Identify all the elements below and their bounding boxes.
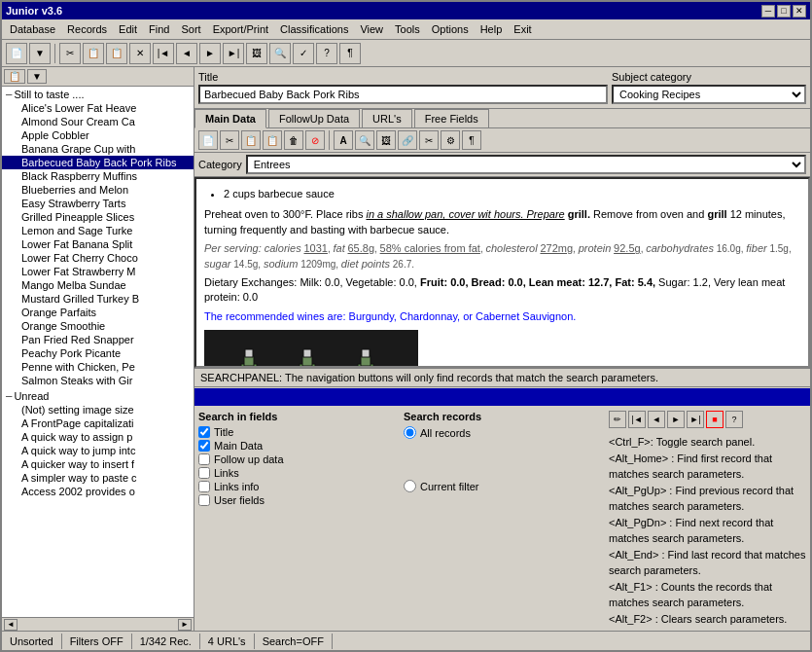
list-item[interactable]: Access 2002 provides o	[2, 485, 194, 498]
search-next-btn[interactable]: ►	[667, 411, 685, 428]
list-item[interactable]: Black Raspberry Muffins	[2, 169, 194, 183]
list-item[interactable]: Orange Smoothie	[2, 319, 194, 333]
list-item[interactable]: Orange Parfaits	[2, 306, 194, 319]
edit-scissors-btn[interactable]: ✂	[419, 130, 439, 150]
search-prev-btn[interactable]: ◄	[648, 411, 665, 428]
menu-find[interactable]: Find	[143, 21, 175, 37]
list-item[interactable]: A simpler way to paste c	[2, 471, 194, 485]
search-last-btn[interactable]: ►|	[687, 411, 704, 428]
list-item[interactable]: Salmon Steaks with Gir	[2, 374, 194, 387]
list-item[interactable]: Mango Melba Sundae	[2, 278, 194, 292]
image-button[interactable]: 🖼	[246, 43, 267, 64]
edit-cut-btn[interactable]: ✂	[220, 130, 239, 150]
dropdown-button[interactable]: ▼	[29, 43, 51, 64]
edit-cancel-btn[interactable]: ⊘	[305, 130, 325, 150]
title-input[interactable]	[198, 85, 608, 104]
copy-button[interactable]: 📋	[83, 43, 104, 64]
check-followup-input[interactable]	[198, 453, 210, 465]
search-help-btn[interactable]: ?	[725, 411, 743, 428]
first-button[interactable]: |◄	[153, 43, 174, 64]
subject-select[interactable]: Cooking Recipes	[612, 85, 806, 104]
cut-button[interactable]: ✂	[59, 43, 81, 64]
list-item[interactable]: Almond Sour Cream Ca	[2, 115, 194, 128]
menu-exit[interactable]: Exit	[508, 21, 537, 37]
left-tb-2[interactable]: ▼	[27, 69, 47, 84]
list-item[interactable]: Mustard Grilled Turkey B	[2, 292, 194, 306]
edit-find-btn[interactable]: 🔍	[355, 130, 374, 150]
new-button[interactable]: 📄	[6, 43, 27, 64]
paste-button[interactable]: 📋	[106, 43, 127, 64]
menu-tools[interactable]: Tools	[389, 21, 426, 37]
edit-img-btn[interactable]: 🖼	[376, 130, 396, 150]
scroll-right-btn[interactable]: ►	[178, 619, 192, 631]
mark-button[interactable]: ✓	[293, 43, 314, 64]
edit-del-btn[interactable]: 🗑	[284, 130, 303, 150]
check-main-data-input[interactable]	[198, 440, 210, 452]
list-item[interactable]: Lower Fat Cherry Choco	[2, 251, 194, 265]
category-select[interactable]: Entrees	[246, 155, 806, 174]
edit-special-btn[interactable]: ⚙	[441, 130, 460, 150]
list-item[interactable]: Easy Strawberry Tarts	[2, 197, 194, 210]
list-item[interactable]: A quick way to jump intc	[2, 444, 194, 457]
menu-edit[interactable]: Edit	[113, 21, 143, 37]
edit-copy-btn[interactable]: 📋	[241, 130, 261, 150]
menu-database[interactable]: Database	[4, 21, 61, 37]
edit-new-btn[interactable]: 📄	[198, 130, 218, 150]
tab-followup[interactable]: FollowUp Data	[268, 109, 360, 127]
delete-button[interactable]: ✕	[129, 43, 151, 64]
list-item[interactable]: Blueberries and Melon	[2, 183, 194, 197]
list-item[interactable]: (Not) setting image size	[2, 403, 194, 417]
help-button[interactable]: ?	[316, 43, 337, 64]
list-item[interactable]: Lower Fat Banana Split	[2, 237, 194, 251]
menu-classifications[interactable]: Classifications	[274, 21, 354, 37]
list-item[interactable]: A FrontPage capitalizati	[2, 417, 194, 430]
list-item-selected[interactable]: Barbecued Baby Back Pork Ribs	[2, 156, 194, 169]
check-user-fields-input[interactable]	[198, 494, 210, 506]
find-button[interactable]: 🔍	[269, 43, 291, 64]
menu-help[interactable]: Help	[475, 21, 509, 37]
maximize-button[interactable]: □	[777, 5, 791, 18]
list-item[interactable]: Peachy Pork Picante	[2, 346, 194, 360]
menu-sort[interactable]: Sort	[175, 21, 206, 37]
list-item[interactable]: A quick way to assign p	[2, 430, 194, 444]
close-button[interactable]: ✕	[793, 5, 806, 18]
tree-group-still-header[interactable]: ─ Still to taste ....	[2, 88, 194, 101]
list-item[interactable]: Alice's Lower Fat Heave	[2, 101, 194, 115]
edit-para-btn[interactable]: ¶	[462, 130, 481, 150]
format-button[interactable]: ¶	[339, 43, 361, 64]
edit-link-btn[interactable]: 🔗	[398, 130, 417, 150]
tab-main-data[interactable]: Main Data	[194, 109, 266, 128]
menu-export[interactable]: Export/Print	[207, 21, 274, 37]
edit-bold-btn[interactable]: A	[334, 130, 353, 150]
edit-paste-btn[interactable]: 📋	[263, 130, 282, 150]
list-item[interactable]: Pan Fried Red Snapper	[2, 333, 194, 346]
list-item[interactable]: Penne with Chicken, Pe	[2, 360, 194, 374]
list-item[interactable]: Lower Fat Strawberry M	[2, 265, 194, 278]
search-edit-btn[interactable]: ✏	[609, 411, 626, 428]
tree-group-unread-header[interactable]: ─ Unread	[2, 389, 194, 403]
prev-button[interactable]: ◄	[176, 43, 197, 64]
check-title-input[interactable]	[198, 426, 210, 438]
menu-options[interactable]: Options	[426, 21, 475, 37]
radio-filter-input[interactable]	[404, 480, 416, 492]
check-links-info-input[interactable]	[198, 481, 210, 492]
list-item[interactable]: Banana Grape Cup with	[2, 142, 194, 156]
left-tb-1[interactable]: 📋	[4, 69, 25, 84]
last-button[interactable]: ►|	[223, 43, 244, 64]
search-stop-btn[interactable]: ■	[706, 411, 724, 428]
list-item[interactable]: A quicker way to insert f	[2, 457, 194, 471]
search-first-btn[interactable]: |◄	[628, 411, 646, 428]
tab-free-fields[interactable]: Free Fields	[414, 109, 489, 127]
list-item[interactable]: Apple Cobbler	[2, 128, 194, 142]
scroll-left-btn[interactable]: ◄	[4, 619, 18, 631]
check-links-input[interactable]	[198, 467, 210, 479]
radio-all-input[interactable]	[404, 426, 416, 439]
left-scrollbar[interactable]: ◄ ►	[2, 617, 194, 631]
next-button[interactable]: ►	[199, 43, 221, 64]
list-item[interactable]: Grilled Pineapple Slices	[2, 210, 194, 224]
menu-records[interactable]: Records	[61, 21, 113, 37]
list-item[interactable]: Lemon and Sage Turke	[2, 224, 194, 237]
menu-view[interactable]: View	[354, 21, 389, 37]
tab-urls[interactable]: URL's	[362, 109, 412, 127]
minimize-button[interactable]: ─	[761, 5, 775, 18]
